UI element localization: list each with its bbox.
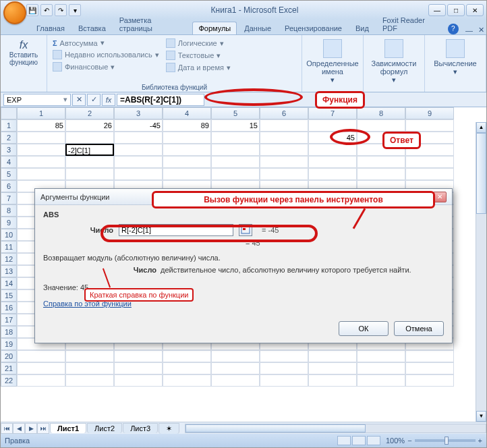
cell[interactable] <box>211 362 260 374</box>
workbook-close-icon[interactable]: ✕ <box>476 26 486 34</box>
zoom-in-button[interactable]: + <box>478 437 482 445</box>
cell[interactable] <box>17 350 65 362</box>
cell[interactable] <box>405 362 454 374</box>
cell[interactable] <box>308 362 357 374</box>
cell[interactable] <box>260 119 308 132</box>
row-header[interactable]: 14 <box>1 277 17 289</box>
row-header[interactable]: 9 <box>1 217 17 229</box>
cell[interactable] <box>405 374 454 387</box>
cell[interactable] <box>211 132 260 144</box>
cell[interactable]: -2]C[1] <box>65 144 114 156</box>
cell[interactable] <box>357 168 405 180</box>
financial-button[interactable]: Финансовые ▾ <box>51 61 161 72</box>
sheet-nav-next[interactable]: ▶ <box>25 423 37 434</box>
cell[interactable] <box>65 168 114 180</box>
scroll-up-button[interactable]: ▲ <box>476 122 486 133</box>
row-header[interactable]: 16 <box>1 302 17 314</box>
cell[interactable] <box>65 350 114 362</box>
row-header[interactable]: 18 <box>1 326 17 338</box>
row-header[interactable]: 4 <box>1 156 17 168</box>
zoom-out-button[interactable]: − <box>407 437 411 445</box>
qat-dropdown-icon[interactable]: ▾ <box>69 4 81 16</box>
cell[interactable] <box>405 156 454 168</box>
cell[interactable] <box>163 350 211 362</box>
cell[interactable] <box>211 350 260 362</box>
new-sheet-button[interactable]: ✶ <box>159 423 179 434</box>
horizontal-scrollbar[interactable] <box>185 424 486 433</box>
cell[interactable] <box>405 119 454 132</box>
cell[interactable] <box>65 374 114 387</box>
cell[interactable]: 15 <box>211 119 260 132</box>
cell[interactable] <box>260 168 308 180</box>
row-header[interactable]: 7 <box>1 192 17 204</box>
redo-icon[interactable]: ↷ <box>55 4 67 16</box>
name-box[interactable]: EXP▾ <box>3 94 71 106</box>
cell[interactable]: 26 <box>65 119 114 132</box>
cell[interactable] <box>17 132 65 144</box>
cell[interactable] <box>17 156 65 168</box>
sheet-nav-prev[interactable]: ◀ <box>13 423 25 434</box>
cell[interactable] <box>211 156 260 168</box>
dialog-close-button[interactable]: ✕ <box>433 192 447 202</box>
tab-data[interactable]: Данные <box>238 22 277 34</box>
row-header[interactable]: 13 <box>1 265 17 277</box>
col-header[interactable]: 8 <box>357 107 405 119</box>
tab-view[interactable]: Вид <box>349 22 375 34</box>
undo-icon[interactable]: ↶ <box>40 4 53 16</box>
cell[interactable] <box>163 362 211 374</box>
cell[interactable] <box>17 168 65 180</box>
cell[interactable] <box>114 144 163 156</box>
formula-input[interactable]: =ABS(R[-2]C[1]) <box>117 94 204 106</box>
text-button[interactable]: Текстовые ▾ <box>165 50 232 61</box>
close-button[interactable]: ✕ <box>466 4 484 16</box>
cell[interactable] <box>114 374 163 387</box>
row-header[interactable]: 1 <box>1 119 17 132</box>
calculation-button[interactable]: Вычисление▾ <box>429 36 482 76</box>
cell[interactable] <box>260 374 308 387</box>
cell[interactable] <box>308 374 357 387</box>
save-icon[interactable]: 💾 <box>26 4 38 16</box>
hscroll-thumb[interactable] <box>185 424 366 432</box>
col-header[interactable]: 2 <box>65 107 114 119</box>
row-header[interactable]: 11 <box>1 241 17 253</box>
cell[interactable] <box>308 156 357 168</box>
row-header[interactable]: 17 <box>1 314 17 326</box>
ok-button[interactable]: ОК <box>339 321 389 336</box>
cell[interactable] <box>308 350 357 362</box>
cell[interactable] <box>114 362 163 374</box>
row-header[interactable]: 10 <box>1 229 17 241</box>
select-all-corner[interactable] <box>1 107 17 119</box>
cell[interactable] <box>17 144 65 156</box>
datetime-button[interactable]: Дата и время ▾ <box>165 62 232 73</box>
zoom-level[interactable]: 100% <box>386 437 405 445</box>
col-header[interactable]: 4 <box>163 107 211 119</box>
cell[interactable] <box>163 168 211 180</box>
office-button[interactable] <box>3 1 26 24</box>
col-header[interactable]: 3 <box>114 107 163 119</box>
col-header[interactable]: 5 <box>211 107 260 119</box>
row-header[interactable]: 3 <box>1 144 17 156</box>
sheet-tab-3[interactable]: Лист3 <box>123 423 158 433</box>
cell[interactable]: 89 <box>163 119 211 132</box>
cell[interactable] <box>357 374 405 387</box>
cell[interactable] <box>163 144 211 156</box>
col-header[interactable]: 1 <box>17 107 65 119</box>
maximize-button[interactable]: □ <box>447 4 465 16</box>
ribbon-minimize-icon[interactable]: — <box>464 26 475 34</box>
view-normal-button[interactable] <box>337 436 351 445</box>
cancel-formula-button[interactable]: ✕ <box>72 94 86 106</box>
view-pagebreak-button[interactable] <box>367 436 380 445</box>
row-header[interactable]: 6 <box>1 180 17 192</box>
cell[interactable] <box>17 374 65 387</box>
cell[interactable] <box>65 132 114 144</box>
logical-button[interactable]: Логические ▾ <box>165 38 232 49</box>
formula-auditing-button[interactable]: Зависимости формул▾ <box>368 36 420 84</box>
row-header[interactable]: 5 <box>1 168 17 180</box>
cell[interactable] <box>163 156 211 168</box>
col-header[interactable]: 9 <box>405 107 454 119</box>
cell[interactable] <box>308 144 357 156</box>
cell[interactable]: -45 <box>114 119 163 132</box>
recently-used-button[interactable]: Недавно использовались ▾ <box>51 49 161 60</box>
tab-review[interactable]: Рецензирование <box>279 22 348 34</box>
cell[interactable] <box>163 374 211 387</box>
